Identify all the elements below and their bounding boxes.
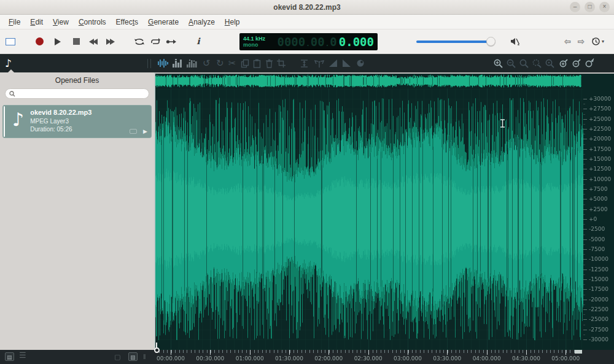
volume-slider-handle[interactable] xyxy=(486,37,495,46)
amplitude-minor-tick xyxy=(583,265,585,265)
history-icon[interactable]: ▾ xyxy=(591,36,604,46)
playhead-pin[interactable] xyxy=(154,347,160,353)
stop-button[interactable] xyxy=(73,38,80,45)
amplitude-major-tick xyxy=(583,330,587,330)
zoom-in-icon[interactable] xyxy=(493,54,503,72)
maximize-button[interactable]: □ xyxy=(585,2,595,12)
navigate-forward-icon[interactable]: ⇨ xyxy=(578,37,585,46)
overview-waveform[interactable] xyxy=(155,74,613,88)
amplitude-label: +7500 xyxy=(589,186,607,192)
time-major-tick xyxy=(447,350,448,355)
zoom-selection-icon[interactable] xyxy=(532,54,542,72)
vertical-zoom-out-icon[interactable] xyxy=(571,54,581,72)
rewind-button[interactable] xyxy=(89,39,98,45)
time-label: 04:30.000 xyxy=(512,355,540,362)
time-major-tick xyxy=(368,350,369,355)
amplitude-minor-tick xyxy=(583,174,585,175)
info-button[interactable]: i xyxy=(194,36,203,46)
opened-file-item[interactable]: ♪ okevid 8.20.22.mp3 MPEG Layer3 Duratio… xyxy=(2,105,152,138)
amplitude-label: +25000 xyxy=(589,116,611,122)
play-from-cursor-icon[interactable] xyxy=(166,39,177,45)
time-major-tick xyxy=(210,350,211,355)
history-dropdown-caret[interactable]: ▾ xyxy=(602,39,604,44)
volume-slider[interactable] xyxy=(416,41,491,43)
menu-file[interactable]: File xyxy=(4,16,25,28)
file-search-box[interactable] xyxy=(5,88,149,99)
copy-icon[interactable] xyxy=(241,54,249,72)
overview-strip[interactable] xyxy=(155,72,614,88)
time-label: 02:00.000 xyxy=(314,355,343,362)
fast-forward-button[interactable] xyxy=(106,39,115,45)
amplitude-ruler[interactable]: +30000+27500+25000+22500+20000+17500+150… xyxy=(583,88,614,350)
levels-icon[interactable] xyxy=(300,54,309,72)
spectrogram-view-icon[interactable] xyxy=(172,54,182,72)
audio-output-icon[interactable] xyxy=(510,36,520,47)
amplitude-major-tick xyxy=(583,129,587,130)
menu-help[interactable]: Help xyxy=(220,16,245,28)
vertical-zoom-fit-icon[interactable] xyxy=(584,54,594,72)
navigate-back-icon[interactable]: ⇦ xyxy=(564,37,571,46)
play-button[interactable] xyxy=(55,38,61,45)
amplitude-major-tick xyxy=(583,119,587,120)
menu-edit[interactable]: Edit xyxy=(25,16,48,28)
amplitude-major-tick xyxy=(583,229,587,230)
delete-icon[interactable] xyxy=(265,54,273,72)
redo-icon[interactable]: ↻ xyxy=(216,54,224,72)
selection-tool-icon[interactable] xyxy=(6,38,15,45)
main-waveform[interactable] xyxy=(155,88,583,350)
file-play-icon[interactable]: ▶ xyxy=(143,128,147,134)
amplitude-minor-tick xyxy=(583,234,585,235)
amplitude-minor-tick xyxy=(583,124,585,125)
titlebar: okevid 8.20.22.mp3 – □ × xyxy=(0,0,614,15)
fade-in-icon[interactable] xyxy=(329,54,337,72)
amplitude-major-tick xyxy=(583,289,587,290)
menu-view[interactable]: View xyxy=(48,16,74,28)
zoom-original-icon[interactable] xyxy=(545,54,555,72)
amplitude-major-tick xyxy=(583,189,587,190)
effects-icon[interactable] xyxy=(356,54,365,72)
undo-icon[interactable]: ↺ xyxy=(203,54,211,72)
amplitude-label: -10000 xyxy=(589,256,608,262)
toolbar-grip[interactable] xyxy=(147,54,151,72)
view-toggle-menu-icon[interactable]: ☰ xyxy=(19,351,26,360)
menu-controls[interactable]: Controls xyxy=(74,16,111,28)
amplitude-minor-tick xyxy=(583,304,585,305)
amplitude-major-tick xyxy=(583,199,587,199)
spectral-view-icon[interactable] xyxy=(186,54,197,72)
scrollbar-corner xyxy=(575,350,582,354)
search-input[interactable] xyxy=(18,90,145,98)
repeat-icon[interactable] xyxy=(150,37,161,46)
snap-icon[interactable]: ‖ xyxy=(143,352,146,361)
menu-generate[interactable]: Generate xyxy=(143,16,184,28)
waveform-view-icon[interactable] xyxy=(157,54,168,72)
amplitude-label: +30000 xyxy=(589,96,611,102)
close-button[interactable]: × xyxy=(599,2,610,12)
expand-icon[interactable] xyxy=(314,54,324,72)
zoom-out-icon[interactable] xyxy=(506,54,516,72)
trim-icon[interactable] xyxy=(277,54,286,72)
cut-icon[interactable]: ✂ xyxy=(228,54,236,72)
zoom-fit-icon[interactable] xyxy=(519,54,529,72)
app-window: okevid 8.20.22.mp3 – □ × FileEditViewCon… xyxy=(0,0,614,364)
menu-effects[interactable]: Effects xyxy=(111,16,143,28)
time-label: 03:00.000 xyxy=(394,355,422,362)
minimize-button[interactable]: – xyxy=(570,2,580,12)
view-toggle-list-icon[interactable]: ▤ xyxy=(5,352,14,361)
paste-icon[interactable] xyxy=(253,54,261,72)
amplitude-major-tick xyxy=(583,109,587,109)
loop-playback-icon[interactable] xyxy=(133,37,146,46)
time-label: 01:30.000 xyxy=(275,355,303,362)
amplitude-label: -22500 xyxy=(589,306,608,312)
amplitude-minor-tick xyxy=(583,284,585,285)
vertical-zoom-in-icon[interactable] xyxy=(558,54,569,72)
metadata-icon[interactable]: ▧ xyxy=(128,352,138,361)
amplitude-major-tick xyxy=(583,279,587,280)
record-button[interactable] xyxy=(36,37,44,45)
properties-icon[interactable]: ▢ xyxy=(114,352,120,361)
menu-analyze[interactable]: Analyze xyxy=(184,16,220,28)
amplitude-minor-tick xyxy=(583,164,585,165)
time-ruler[interactable]: 00:00.00000:30.00001:00.00001:30.00002:0… xyxy=(155,350,614,364)
time-major-tick xyxy=(526,350,527,355)
amplitude-label: +12500 xyxy=(589,166,611,172)
fade-out-icon[interactable] xyxy=(343,54,351,72)
